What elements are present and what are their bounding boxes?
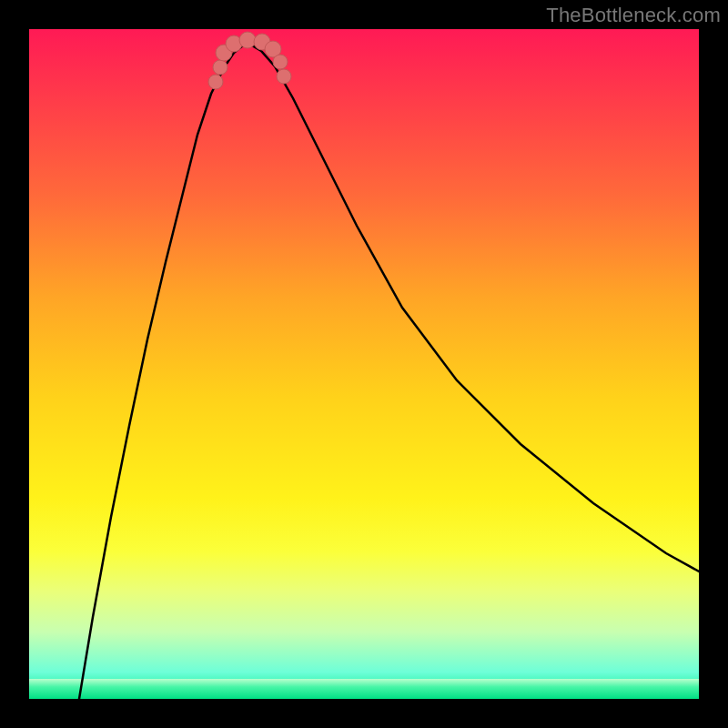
highlight-dot <box>277 69 291 84</box>
chart-stage: TheBottleneck.com <box>0 0 728 728</box>
curve-layer <box>29 29 699 699</box>
highlight-dot <box>213 60 228 75</box>
highlight-dots-group <box>208 32 291 89</box>
highlight-dot <box>208 75 223 89</box>
plot-area <box>29 29 699 699</box>
watermark-text: TheBottleneck.com <box>546 4 721 27</box>
bottleneck-curve <box>79 46 699 699</box>
highlight-dot <box>239 32 256 48</box>
highlight-dot <box>273 55 288 69</box>
